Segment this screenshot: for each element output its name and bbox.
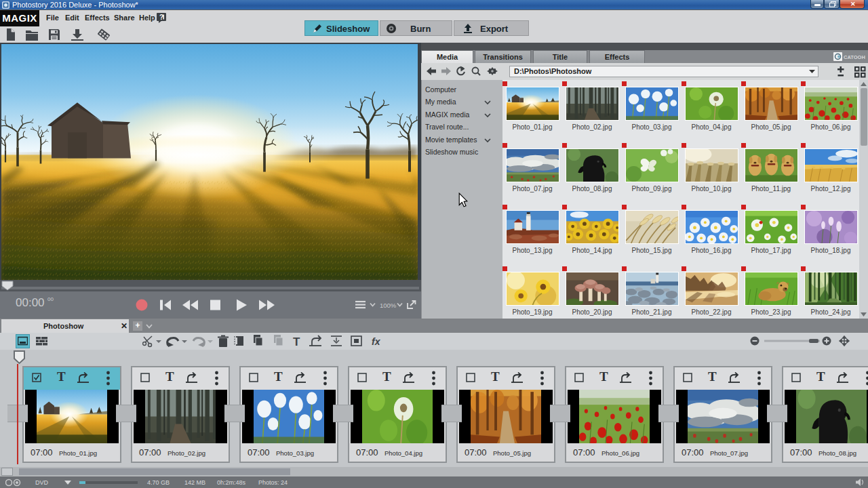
svg-text:CATOOH: CATOOH bbox=[844, 54, 865, 60]
svg-text:100%: 100% bbox=[380, 302, 397, 309]
svg-text:T: T bbox=[293, 336, 300, 348]
svg-text:fx: fx bbox=[372, 336, 381, 347]
svg-text:?: ? bbox=[159, 14, 163, 21]
